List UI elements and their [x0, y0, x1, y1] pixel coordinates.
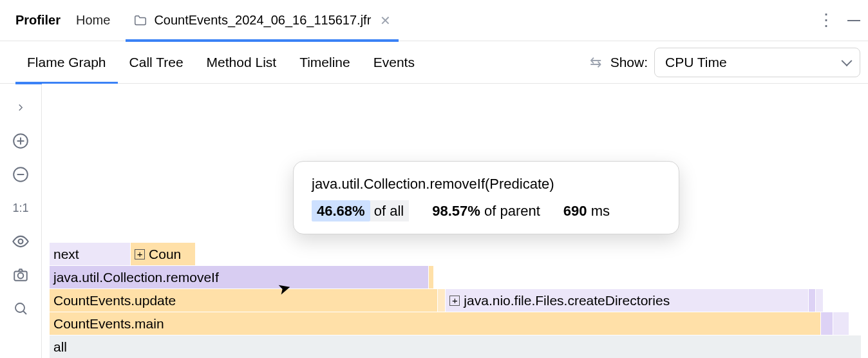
tab-method-list[interactable]: Method List: [195, 41, 288, 83]
tooltip-time-unit: ms: [587, 203, 610, 219]
flame-frame[interactable]: [816, 288, 823, 312]
flame-frame[interactable]: [438, 288, 446, 312]
frame-tooltip: java.util.Collection.removeIf(Predicate)…: [293, 161, 679, 234]
flame-frame-label: Coun: [149, 247, 181, 261]
kebab-menu-icon[interactable]: ⋮: [818, 10, 832, 30]
tab-flame-graph[interactable]: Flame Graph: [15, 42, 118, 84]
visibility-icon[interactable]: [11, 232, 30, 251]
tooltip-stats: 46.68% of all 98.57% of parent 690 ms: [312, 203, 661, 220]
swap-icon[interactable]: ⇆: [590, 54, 601, 71]
flame-frame[interactable]: [833, 312, 849, 335]
show-label: Show:: [610, 55, 648, 70]
search-icon[interactable]: [11, 299, 30, 318]
zoom-out-icon[interactable]: [11, 165, 30, 184]
flame-frame-label: next: [53, 247, 79, 261]
titlebar: Profiler Home CountEvents_2024_06_16_115…: [0, 0, 868, 41]
zoom-in-icon[interactable]: [11, 131, 30, 151]
flame-frame-label: CountEvents.main: [53, 316, 164, 331]
tooltip-of-parent: of parent: [480, 203, 540, 219]
flame-frame-label: java.util.Collection.removeIf: [53, 270, 219, 285]
flame-frame-label: java.nio.file.Files.createDirectories: [464, 293, 670, 308]
window-controls: ⋮: [818, 10, 860, 30]
flame-stack: next+Counjava.util.Collection.removeIfCo…: [50, 242, 862, 358]
flame-row: all: [50, 335, 862, 358]
flame-frame[interactable]: next: [50, 242, 131, 265]
expand-right-icon[interactable]: [11, 98, 30, 117]
flame-frame[interactable]: [821, 312, 833, 335]
flame-frame[interactable]: CountEvents.main: [50, 312, 821, 335]
minimize-icon[interactable]: [847, 20, 860, 21]
svg-point-4: [18, 273, 24, 279]
flame-row: CountEvents.update+java.nio.file.Files.c…: [50, 288, 862, 312]
tooltip-pct-parent: 98.57%: [432, 203, 480, 219]
tab-timeline[interactable]: Timeline: [288, 41, 362, 83]
close-icon[interactable]: ✕: [377, 13, 391, 28]
flame-frame[interactable]: java.util.Collection.removeIf: [50, 265, 429, 288]
flame-frame[interactable]: all: [50, 335, 862, 358]
svg-point-5: [15, 303, 24, 312]
tab-home[interactable]: Home: [76, 13, 110, 28]
flame-frame-label: CountEvents.update: [53, 293, 176, 308]
flame-frame[interactable]: +Coun: [131, 242, 196, 265]
flame-frame[interactable]: [809, 288, 816, 312]
app-name: Profiler: [15, 13, 61, 28]
folder-icon: [133, 14, 147, 28]
flame-frame[interactable]: CountEvents.update: [50, 288, 438, 312]
tooltip-title: java.util.Collection.removeIf(Predicate): [312, 176, 661, 193]
flame-row: next+Coun: [50, 242, 862, 265]
flame-frame-label: all: [53, 339, 67, 354]
show-select[interactable]: CPU Time: [654, 48, 860, 77]
flame-row: java.util.Collection.removeIf: [50, 265, 862, 288]
tooltip-time: 690: [563, 203, 587, 219]
tooltip-pct-all: 46.68%: [317, 203, 365, 219]
svg-point-2: [19, 240, 23, 244]
tooltip-of-all: of all: [370, 200, 410, 221]
tab-file[interactable]: CountEvents_2024_06_16_115617.jfr ✕: [126, 1, 399, 42]
tab-call-tree[interactable]: Call Tree: [118, 41, 195, 83]
flame-frame[interactable]: [429, 265, 435, 288]
screenshot-icon[interactable]: [11, 265, 30, 285]
one-to-one-icon[interactable]: 1:1: [11, 198, 30, 218]
view-tabs: Flame Graph Call Tree Method List Timeli…: [0, 41, 868, 84]
flame-frame[interactable]: +java.nio.file.Files.createDirectories: [446, 288, 809, 312]
show-select-value: CPU Time: [665, 55, 727, 70]
expand-icon[interactable]: +: [449, 296, 460, 306]
file-tab-label: CountEvents_2024_06_16_115617.jfr: [154, 13, 371, 28]
side-toolbar: 1:1: [0, 84, 42, 358]
tab-events[interactable]: Events: [362, 41, 426, 83]
flame-row: CountEvents.main: [50, 312, 862, 335]
expand-icon[interactable]: +: [135, 249, 145, 259]
